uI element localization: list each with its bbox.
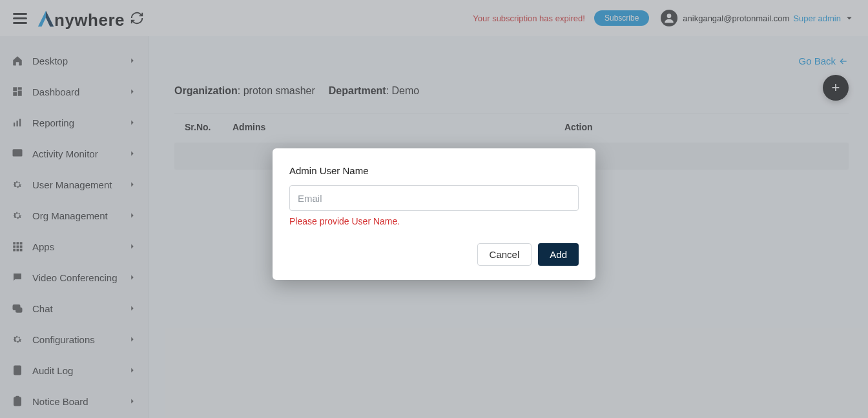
modal-error-text: Please provide User Name.	[289, 216, 579, 226]
modal-title: Admin User Name	[289, 165, 579, 176]
add-admin-modal: Admin User Name Please provide User Name…	[273, 148, 595, 280]
cancel-button[interactable]: Cancel	[477, 243, 532, 266]
add-button[interactable]: Add	[538, 243, 579, 266]
admin-email-input[interactable]	[289, 185, 579, 211]
